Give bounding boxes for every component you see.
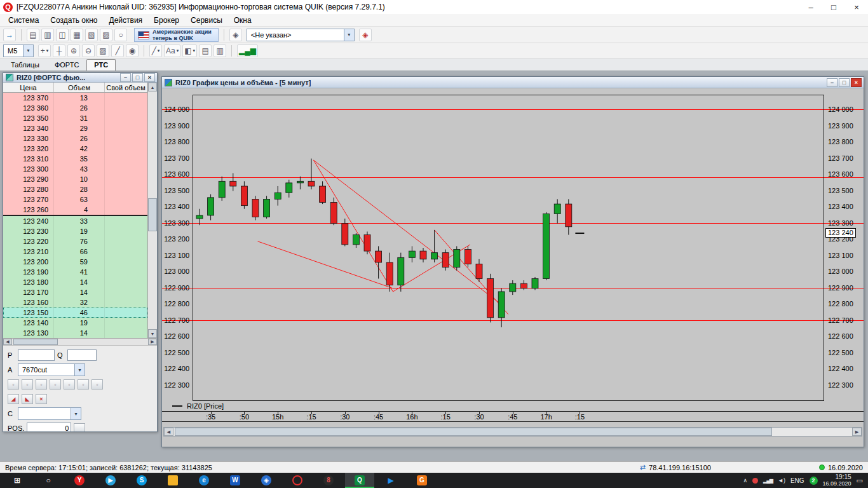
scroll-left-button[interactable]: ◀ [164, 428, 173, 436]
cancel-orders-button[interactable]: × [36, 394, 47, 404]
connect-arrow-icon[interactable]: → [3, 29, 16, 41]
orderbook-row[interactable]: 123 21066 [3, 247, 147, 257]
media-play-icon[interactable]: ▶ [376, 473, 405, 488]
orderbook-row[interactable]: 123 29010 [3, 174, 147, 184]
gom-pdf-icon[interactable]: G [407, 473, 437, 488]
order-preset-button[interactable]: ▫ [50, 379, 61, 390]
paint-tool-icon[interactable]: ◧▾ [182, 44, 197, 57]
hatch-tool-icon[interactable]: ▥ [214, 44, 226, 57]
scrollbar-thumb[interactable] [13, 339, 58, 345]
add-indicator-button[interactable]: +▾ [38, 44, 51, 57]
search-icon[interactable]: ○ [114, 29, 127, 41]
orderbook-horizontal-scrollbar[interactable]: ◀ ▶ [3, 338, 157, 346]
action-center-icon[interactable]: ▭ [857, 477, 863, 485]
o8-app-icon[interactable]: 8 [314, 473, 343, 488]
tray-app-icon[interactable] [752, 478, 758, 484]
network-icon[interactable]: ▂▄▆ [763, 478, 773, 484]
orderbook-row[interactable]: 123 30043 [3, 164, 147, 174]
quotes-icon[interactable]: ▧ [85, 29, 98, 41]
client-code-dropdown[interactable]: ▾ [18, 407, 81, 420]
tray-chevron-icon[interactable]: ∧ [743, 477, 747, 484]
strategy-edit-icon[interactable]: ◈ [359, 29, 372, 41]
edge-browser-icon[interactable]: e [189, 473, 219, 488]
orderbook-row[interactable]: 123 35031 [3, 113, 147, 123]
orderbook-row[interactable]: 123 33026 [3, 133, 147, 144]
chart-scrollbar[interactable]: ◀ ▶ [163, 427, 862, 437]
hand-icon[interactable]: ◉ [126, 44, 139, 57]
search-button[interactable]: ○ [34, 473, 63, 488]
scroll-down-button[interactable]: ▼ [148, 329, 157, 338]
orderbook-row[interactable]: 123 2604 [3, 205, 147, 215]
orderbook-row[interactable]: 123 31035 [3, 154, 147, 164]
word-icon[interactable]: W [220, 473, 250, 488]
app-blue-icon[interactable]: ◈ [252, 473, 281, 488]
orderbook-row[interactable]: 123 15046 [3, 308, 147, 318]
scroll-left-button[interactable]: ◀ [3, 339, 12, 345]
menu-windows[interactable]: Окна [228, 15, 257, 26]
menu-actions[interactable]: Действия [104, 15, 149, 26]
orderbook-row[interactable]: 123 14019 [3, 318, 147, 328]
news-icon[interactable]: ▨ [100, 29, 112, 41]
timeframe-dropdown[interactable]: M5 ▾ [3, 44, 34, 57]
orderbook-row[interactable]: 123 36026 [3, 103, 147, 113]
menu-services[interactable]: Сервисы [185, 15, 228, 26]
chart-close-button[interactable]: × [851, 78, 862, 87]
chevron-down-icon[interactable]: ▾ [344, 29, 354, 41]
line-tool-icon[interactable]: ╱▾ [149, 44, 162, 57]
print-icon[interactable]: ▤ [27, 29, 39, 41]
position-settings-button[interactable] [74, 423, 85, 432]
order-preset-button[interactable]: ▫ [22, 379, 33, 390]
position-input[interactable] [27, 423, 71, 432]
order-preset-button[interactable]: ▫ [78, 379, 89, 390]
text-tool-icon[interactable]: Aa▾ [164, 44, 180, 57]
order-preset-button[interactable]: ▫ [8, 379, 19, 390]
quik-icon[interactable]: Q [345, 473, 374, 488]
client-account-dropdown[interactable]: 7670cut ▾ [18, 363, 85, 376]
pencil-icon[interactable]: ╱ [111, 44, 124, 57]
chevron-down-icon[interactable]: ▾ [23, 45, 33, 57]
order-preset-button[interactable]: ▫ [92, 379, 103, 390]
buy-button[interactable]: ◢ [8, 394, 19, 404]
order-preset-button[interactable]: ▫ [36, 379, 47, 390]
orderbook-row[interactable]: 123 24033 [3, 216, 147, 226]
orderbook-row[interactable]: 123 32042 [3, 144, 147, 154]
volume-icon[interactable]: ◄) [778, 477, 785, 484]
orderbook-row[interactable]: 123 28028 [3, 184, 147, 194]
chart-minimize-button[interactable]: – [827, 78, 837, 87]
pattern-tool-icon[interactable]: ▤ [199, 44, 212, 57]
orderbook-row[interactable]: 123 20059 [3, 257, 147, 267]
maximize-button[interactable]: □ [822, 0, 845, 14]
yandex-browser-icon[interactable]: Y [65, 473, 94, 488]
cursor-move-icon[interactable]: ┼ [53, 44, 65, 57]
quantity-input[interactable] [67, 349, 97, 361]
tab-rts[interactable]: РТС [86, 59, 116, 71]
new-window-icon[interactable]: ◫ [56, 29, 69, 41]
taskbar-clock[interactable]: 19:15 16.09.2020 [823, 473, 851, 487]
orderbook-titlebar[interactable]: RIZ0 [ФОРТС фью... – □ × [3, 73, 157, 83]
order-preset-button[interactable]: ▫ [64, 379, 75, 390]
orderbook-minimize-button[interactable]: – [120, 73, 131, 82]
strategy-icon[interactable]: ◈ [229, 29, 242, 41]
chart-maximize-button[interactable]: □ [839, 78, 850, 87]
orderbook-row[interactable]: 123 23019 [3, 226, 147, 236]
scroll-up-button[interactable]: ▲ [148, 83, 157, 92]
chart-titlebar[interactable]: RIZ0 График цены и объёма - [5 минут] – … [162, 77, 864, 88]
menu-create-window[interactable]: Создать окно [44, 15, 103, 26]
orderbook-row[interactable]: 123 19041 [3, 267, 147, 277]
skype-icon[interactable]: S [127, 473, 156, 488]
orderbook-row[interactable]: 123 37013 [3, 93, 147, 103]
scroll-right-button[interactable]: ▶ [852, 428, 862, 436]
tab-tables[interactable]: Таблицы [3, 59, 47, 71]
telegram-icon[interactable]: ▶ [96, 473, 125, 488]
zoom-in-icon[interactable]: ⊕ [67, 44, 80, 57]
scroll-right-button[interactable]: ▶ [148, 339, 157, 345]
menu-broker[interactable]: Брокер [148, 15, 185, 26]
orderbook-row[interactable]: 123 16032 [3, 297, 147, 308]
eraser-icon[interactable]: ▨ [97, 44, 109, 57]
orderbook-row[interactable]: 123 18014 [3, 277, 147, 287]
opera-browser-icon[interactable] [283, 473, 312, 488]
volume-bars-icon[interactable]: ▂▄▆ [237, 44, 258, 57]
sell-button[interactable]: ◣ [22, 394, 33, 404]
menu-system[interactable]: Система [3, 15, 44, 26]
export-icon[interactable]: ▥ [41, 29, 54, 41]
